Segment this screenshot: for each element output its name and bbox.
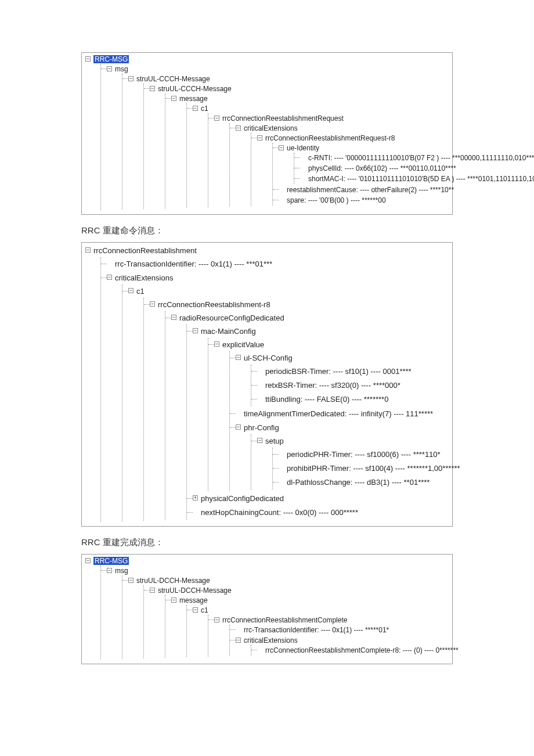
toggle-icon[interactable]	[236, 355, 241, 360]
leaf[interactable]: retxBSR-Timer: ---- sf320(0) ---- ****00…	[257, 379, 449, 393]
toggle-icon[interactable]	[193, 328, 198, 333]
toggle-icon[interactable]	[214, 617, 219, 622]
toggle-icon[interactable]	[193, 106, 198, 111]
node[interactable]: rrcConnectionReestablishment rrc-Transac…	[85, 244, 449, 523]
node-label: c-RNTI: ---- '0000011111110010'B(07 F2 )…	[308, 154, 534, 162]
node[interactable]: ul-SCH-Config periodicBSR-Timer: ---- sf…	[236, 351, 449, 407]
node[interactable]: rrcConnectionReestablishmentRequest crit…	[214, 113, 449, 207]
toggle-icon[interactable]	[257, 135, 262, 141]
node-physical-config[interactable]: physicalConfigDedicated	[193, 492, 449, 506]
leaf-c-rnti[interactable]: c-RNTI: ---- '0000011111110010'B(07 F2 )…	[300, 153, 449, 163]
toggle-icon[interactable]	[236, 125, 241, 131]
toggle-icon[interactable]	[107, 275, 112, 280]
node-label: radioResourceConfigDedicated	[179, 314, 284, 322]
toggle-icon[interactable]	[193, 495, 198, 501]
node[interactable]: message c1 rrcConnectionReestablishmentR…	[171, 93, 449, 208]
toggle-icon[interactable]	[107, 568, 112, 573]
toggle-icon[interactable]	[257, 438, 262, 443]
node[interactable]: criticalExtensions rrcConnectionReestabl…	[236, 123, 449, 207]
tree-1: RRC-MSG msg struUL-CCCH-Message struUL-C…	[85, 54, 449, 211]
node[interactable]: struUL-DCCH-Message message c1 rrcConnec…	[150, 585, 449, 658]
node[interactable]: explicitValue ul-SCH-Config periodicBSR-…	[214, 338, 449, 491]
node[interactable]: criticalExtensions c1 rrcConnectionReest…	[107, 271, 449, 522]
leaf-shortmac[interactable]: shortMAC-I: ---- '0101110111101010'B(5D …	[300, 174, 449, 184]
caption-reestablish-complete: RRC 重建完成消息：	[81, 537, 453, 548]
leaf-transaction-id[interactable]: rrc-TransactionIdentifier: ---- 0x1(1) -…	[107, 257, 449, 271]
node[interactable]: struUL-CCCH-Message message c1 rrcConnec…	[150, 84, 449, 209]
node-label: ue-Identity	[287, 144, 319, 152]
node-label: rrcConnectionReestablishment-r8	[158, 300, 270, 309]
toggle-icon[interactable]	[150, 588, 155, 593]
node-label: struUL-DCCH-Message	[158, 586, 232, 595]
node[interactable]: ue-Identity c-RNTI: ---- '00000111111100…	[279, 143, 449, 185]
node[interactable]: c1 rrcConnectionReestablishmentComplete …	[193, 605, 449, 657]
toggle-icon[interactable]	[171, 597, 176, 603]
node-label: RRC-MSG	[93, 557, 129, 565]
toggle-icon[interactable]	[85, 56, 91, 62]
node[interactable]: mac-MainConfig explicitValue ul-SCH-Conf…	[193, 325, 449, 492]
tree-panel-2: rrcConnectionReestablishment rrc-Transac…	[81, 242, 453, 527]
leaf-cause[interactable]: reestablishmentCause: ---- otherFailure(…	[279, 185, 449, 195]
node-label: rrc-TransactionIdentifier: ---- 0x1(1) -…	[115, 260, 272, 268]
node-label: explicitValue	[222, 340, 264, 349]
toggle-icon[interactable]	[85, 247, 91, 253]
toggle-icon[interactable]	[214, 341, 219, 347]
node-label: ttiBundling: ---- FALSE(0) ---- *******0	[265, 395, 388, 404]
node[interactable]: rrcConnectionReestablishmentRequest-r8 u…	[257, 133, 449, 206]
leaf[interactable]: dl-PathlossChange: ---- dB3(1) ---- **01…	[279, 476, 449, 489]
leaf[interactable]: rrcConnectionReestablishmentComplete-r8:…	[257, 645, 449, 656]
node-label: physCellId: ---- 0x66(102) ---- ***00110…	[308, 164, 456, 172]
node-label: rrcConnectionReestablishment	[93, 246, 197, 255]
node[interactable]: msg struUL-DCCH-Message struUL-DCCH-Mess…	[107, 566, 449, 660]
toggle-icon[interactable]	[214, 116, 219, 121]
node[interactable]: setup periodicPHR-Timer: ---- sf1000(6) …	[257, 434, 449, 490]
node-label: rrcConnectionReestablishmentRequest	[222, 114, 344, 123]
node[interactable]: radioResourceConfigDedicated mac-MainCon…	[171, 311, 449, 520]
node[interactable]: c1 rrcConnectionReestablishment-r8 radio…	[128, 285, 449, 521]
leaf[interactable]: periodicBSR-Timer: ---- sf10(1) ---- 000…	[257, 365, 449, 379]
node[interactable]: c1 rrcConnectionReestablishmentRequest c…	[193, 103, 449, 208]
node-label: rrcConnectionReestablishmentComplete	[222, 616, 347, 624]
leaf[interactable]: rrc-TransactionIdentifier: ---- 0x1(1) -…	[236, 625, 449, 635]
leaf[interactable]: periodicPHR-Timer: ---- sf1000(6) ---- *…	[279, 448, 449, 462]
node[interactable]: struUL-DCCH-Message struUL-DCCH-Message …	[128, 575, 449, 659]
node-root[interactable]: RRC-MSG msg struUL-CCCH-Message struUL-C…	[85, 54, 449, 211]
node[interactable]: criticalExtensions rrcConnectionReestabl…	[236, 635, 449, 656]
node[interactable]: rrcConnectionReestablishment-r8 radioRes…	[150, 298, 449, 521]
node-label: msg	[115, 65, 128, 73]
node-label: nextHopChainingCount: ---- 0x0(0) ---- 0…	[201, 508, 358, 517]
toggle-icon[interactable]	[85, 558, 91, 563]
toggle-icon[interactable]	[171, 96, 176, 101]
toggle-icon[interactable]	[107, 66, 112, 71]
node-label: criticalExtensions	[115, 273, 173, 282]
node-label: physicalConfigDedicated	[201, 494, 284, 503]
leaf-physcellid[interactable]: physCellId: ---- 0x66(102) ---- ***00110…	[300, 163, 449, 174]
toggle-icon[interactable]	[150, 301, 155, 307]
tree-2: rrcConnectionReestablishment rrc-Transac…	[85, 244, 449, 523]
toggle-icon[interactable]	[236, 638, 241, 643]
node[interactable]: message c1 rrcConnectionReestablishmentC…	[171, 595, 449, 658]
leaf[interactable]: timeAlignmentTimerDedicated: ---- infini…	[236, 407, 449, 421]
node-label: dl-PathlossChange: ---- dB3(1) ---- **01…	[287, 478, 430, 487]
node-label: prohibitPHR-Timer: ---- sf100(4) ---- **…	[287, 464, 460, 473]
toggle-icon[interactable]	[193, 607, 198, 613]
toggle-icon[interactable]	[128, 288, 134, 293]
node-root[interactable]: RRC-MSG msg struUL-DCCH-Message struUL-D…	[85, 556, 449, 660]
leaf[interactable]: prohibitPHR-Timer: ---- sf100(4) ---- **…	[279, 462, 449, 476]
node[interactable]: phr-Config setup periodicPHR-Timer: ----…	[236, 421, 449, 491]
node-msg[interactable]: msg struUL-CCCH-Message struUL-CCCH-Mess…	[107, 64, 449, 210]
leaf[interactable]: ttiBundling: ---- FALSE(0) ---- *******0	[257, 393, 449, 406]
node-label: RRC-MSG	[93, 55, 129, 63]
toggle-icon[interactable]	[150, 86, 155, 91]
toggle-icon[interactable]	[279, 145, 284, 150]
toggle-icon[interactable]	[236, 424, 241, 430]
tree-panel-3: RRC-MSG msg struUL-DCCH-Message struUL-D…	[81, 554, 453, 664]
leaf-spare[interactable]: spare: ---- '00'B(00 ) ---- ******00	[279, 195, 449, 206]
toggle-icon[interactable]	[128, 76, 134, 81]
node[interactable]: struUL-CCCH-Message struUL-CCCH-Message …	[128, 74, 449, 210]
toggle-icon[interactable]	[171, 315, 176, 320]
leaf[interactable]: nextHopChainingCount: ---- 0x0(0) ---- 0…	[193, 506, 449, 520]
toggle-icon[interactable]	[128, 578, 134, 583]
node[interactable]: rrcConnectionReestablishmentComplete rrc…	[214, 615, 449, 657]
node-label: ul-SCH-Config	[244, 354, 293, 362]
